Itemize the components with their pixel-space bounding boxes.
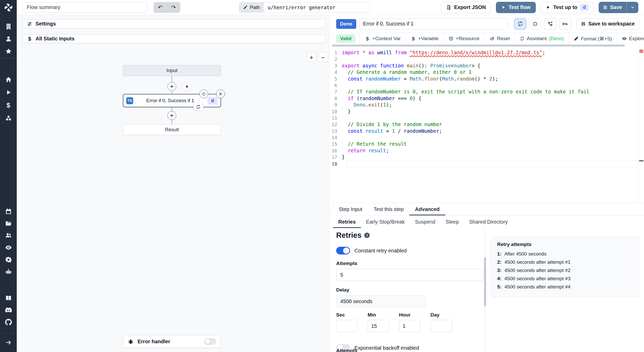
test-up-to-button[interactable]: Test up to d bbox=[540, 2, 594, 13]
save-to-workspace-button[interactable]: Save to workspace bbox=[577, 18, 639, 30]
hour-input[interactable] bbox=[399, 320, 421, 332]
save-button[interactable]: Save bbox=[599, 2, 627, 13]
sidebar-divider bbox=[0, 333, 17, 333]
retry-attempt-item: 2:4500 seconds after attempt #1 bbox=[497, 259, 632, 265]
time-unit-label: Hour bbox=[399, 312, 421, 318]
sleep-button[interactable] bbox=[559, 18, 571, 30]
undo-icon: ↶ bbox=[158, 5, 163, 10]
toolbar-item--context-var[interactable]: $+Context Var bbox=[360, 33, 405, 44]
line-number: 13 bbox=[332, 128, 342, 134]
retries-title: Retries i bbox=[336, 231, 484, 240]
editor-overview-ruler bbox=[639, 47, 644, 203]
sec-input[interactable] bbox=[336, 320, 358, 332]
info-icon[interactable]: i bbox=[364, 233, 370, 238]
attempts-input[interactable] bbox=[336, 269, 484, 281]
user-icon[interactable] bbox=[5, 36, 12, 42]
add-step-button[interactable] bbox=[167, 111, 176, 120]
windmill-logo-icon[interactable] bbox=[4, 3, 13, 12]
retry-attempt-item: 5:4500 seconds after attempt #4 bbox=[497, 284, 632, 290]
tab-advanced[interactable]: Advanced bbox=[409, 203, 445, 215]
flow-step-node-selected[interactable]: TS Error if 0, Success if 1 d bbox=[123, 94, 221, 107]
toolbar-horizontal-scrollbar[interactable] bbox=[332, 44, 644, 47]
windmill-flow-editor: $ ↶ ↷ Path Export JSON Test flow bbox=[0, 0, 644, 352]
move-step-button[interactable] bbox=[199, 90, 208, 98]
step-name-input[interactable] bbox=[359, 18, 508, 30]
error-handler-toggle[interactable] bbox=[204, 338, 216, 345]
toolbar-item-assistant[interactable]: Assistant (Deno) bbox=[515, 33, 569, 44]
flow-input-node[interactable]: Input bbox=[123, 65, 221, 76]
toolbar-item-reset[interactable]: ↺Reset bbox=[484, 33, 515, 44]
min-input[interactable] bbox=[368, 320, 389, 332]
step-header: Deno Save to workspace bbox=[332, 15, 644, 33]
user-group-icon[interactable] bbox=[5, 232, 12, 239]
day-input[interactable] bbox=[430, 320, 452, 332]
building-icon[interactable] bbox=[5, 23, 12, 30]
retry-settings-button[interactable] bbox=[514, 18, 526, 30]
code-line: 2 bbox=[332, 56, 644, 62]
save-dropdown-button[interactable] bbox=[627, 2, 638, 13]
add-step-button[interactable] bbox=[167, 82, 176, 91]
step-retry-indicator[interactable] bbox=[193, 103, 203, 111]
github-icon[interactable] bbox=[5, 319, 12, 325]
line-number: 1 bbox=[332, 49, 342, 56]
tab-step-input[interactable]: Step Input bbox=[333, 203, 368, 215]
language-badge: Deno bbox=[336, 19, 356, 29]
test-flow-button[interactable]: Test flow bbox=[496, 2, 536, 13]
tab-test-this-step[interactable]: Test this step bbox=[368, 203, 409, 215]
subtab-sleep[interactable]: Sleep bbox=[440, 216, 464, 228]
code-line: 14 bbox=[332, 134, 644, 141]
retries-vertical-scrollbar[interactable] bbox=[484, 228, 486, 352]
subtab-early-stop-break[interactable]: Early Stop/Break bbox=[361, 216, 410, 228]
code-editor[interactable]: 1import * as wmill from "https://deno.la… bbox=[332, 47, 644, 203]
cubes-icon[interactable] bbox=[5, 115, 12, 121]
constant-retry-toggle[interactable] bbox=[336, 247, 350, 254]
code-line: 1import * as wmill from "https://deno.la… bbox=[332, 49, 644, 56]
flow-settings-button[interactable]: Settings bbox=[23, 19, 325, 28]
code-line: 8 if (randomNumber === 0) { bbox=[332, 95, 644, 102]
delete-step-button[interactable] bbox=[216, 90, 225, 98]
home-icon[interactable] bbox=[5, 76, 12, 83]
subtab-retries[interactable]: Retries bbox=[333, 216, 361, 228]
flow-summary-input[interactable] bbox=[22, 2, 147, 13]
save-icon bbox=[603, 5, 607, 10]
line-number: 7 bbox=[332, 89, 342, 95]
book-icon[interactable] bbox=[5, 295, 12, 301]
zoom-out-button[interactable]: − bbox=[318, 52, 328, 62]
undo-button[interactable]: ↶ bbox=[154, 2, 167, 13]
toolbar-item--variable[interactable]: $+Variable bbox=[405, 33, 443, 44]
export-json-button[interactable]: Export JSON bbox=[441, 2, 491, 13]
star-icon[interactable] bbox=[5, 48, 12, 55]
gear-icon[interactable] bbox=[5, 256, 12, 263]
toolbar-item-explore-other-s[interactable]: Explore other s bbox=[617, 33, 644, 44]
dollar-icon[interactable]: $ bbox=[5, 102, 12, 109]
delay-input[interactable] bbox=[336, 295, 426, 307]
play-icon[interactable] bbox=[5, 89, 12, 96]
calendar-icon[interactable] bbox=[5, 208, 12, 215]
retry-attempt-item: 1:After 4500 seconds bbox=[497, 251, 632, 257]
discord-icon[interactable] bbox=[5, 307, 12, 313]
flow-canvas[interactable]: Settings $ All Static Inputs + − Input T… bbox=[17, 15, 329, 352]
arrow-right-icon[interactable] bbox=[5, 339, 12, 346]
early-stop-button[interactable] bbox=[529, 18, 541, 30]
subtab-suspend[interactable]: Suspend bbox=[410, 216, 440, 228]
step-option-icons bbox=[514, 18, 571, 30]
flow-result-node[interactable]: Result bbox=[123, 124, 221, 135]
folder-open-icon[interactable] bbox=[5, 220, 12, 227]
subtab-shared-directory[interactable]: Shared Directory bbox=[464, 216, 513, 228]
eye-icon[interactable] bbox=[5, 244, 12, 251]
toolbar-item--resource[interactable]: +Resource bbox=[444, 33, 484, 44]
redo-button[interactable]: ↷ bbox=[167, 2, 180, 13]
robot-icon[interactable] bbox=[5, 268, 12, 275]
path-input[interactable] bbox=[264, 3, 370, 12]
toolbar-item-format-s-[interactable]: Format (⌘+S) bbox=[569, 33, 617, 44]
all-static-inputs-button[interactable]: $ All Static Inputs bbox=[23, 34, 325, 43]
error-handler-node[interactable]: Error handler bbox=[123, 335, 221, 348]
time-unit-field-hour: Hour bbox=[399, 312, 421, 332]
time-unit-field-min: Min bbox=[368, 312, 389, 332]
zoom-in-button[interactable]: + bbox=[307, 52, 316, 62]
code-line: 5 const randomNumber = Math.floor(Math.r… bbox=[332, 76, 644, 82]
topbar-actions: Export JSON Test flow Test up to d Save bbox=[441, 2, 638, 13]
exponential-backoff-row: Exponential backoff enabled bbox=[336, 344, 484, 352]
trigger-step-button[interactable] bbox=[182, 82, 192, 91]
suspend-button[interactable] bbox=[544, 18, 556, 30]
